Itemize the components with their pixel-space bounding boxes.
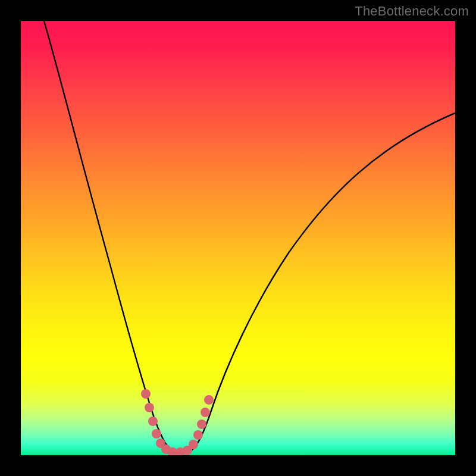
curve-layer bbox=[21, 21, 455, 455]
svg-point-9 bbox=[189, 440, 198, 449]
bottleneck-curve bbox=[42, 21, 455, 453]
svg-point-10 bbox=[193, 430, 203, 440]
svg-point-13 bbox=[204, 395, 214, 405]
svg-point-1 bbox=[145, 403, 154, 412]
svg-point-12 bbox=[201, 408, 210, 417]
plot-area bbox=[21, 21, 455, 455]
svg-point-11 bbox=[197, 419, 206, 429]
watermark-text: TheBottleneck.com bbox=[355, 4, 469, 19]
svg-point-3 bbox=[152, 429, 161, 439]
svg-point-0 bbox=[141, 389, 151, 399]
min-region-markers bbox=[141, 389, 214, 455]
svg-point-2 bbox=[148, 416, 158, 426]
chart-frame: TheBottleneck.com bbox=[0, 0, 476, 476]
